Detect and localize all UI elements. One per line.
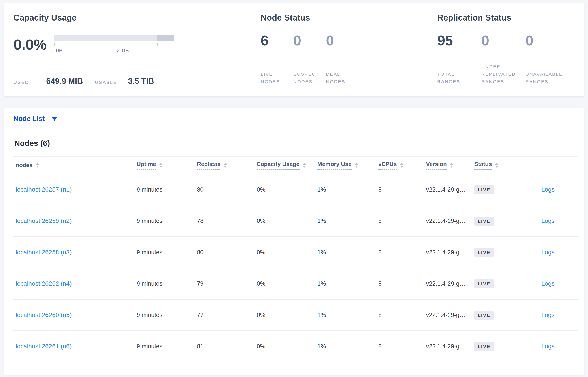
memory-use-cell: 1% bbox=[318, 280, 378, 287]
vcpus-cell: 8 bbox=[378, 280, 426, 287]
usable-label: USABLE bbox=[95, 80, 117, 85]
vcpus-cell: 8 bbox=[378, 312, 426, 318]
vcpus-cell: 8 bbox=[378, 186, 426, 193]
cluster-overview-page: Capacity Usage 0.0% 0 TiB 2 TiB bbox=[0, 0, 588, 377]
table-row: localhost:26261 (n6) 9 minutes 81 0% 1% … bbox=[13, 331, 578, 362]
replicas-cell: 80 bbox=[197, 186, 257, 193]
version-cell: v22.1.4-29-g… bbox=[426, 312, 474, 318]
node-link[interactable]: localhost:26260 (n5) bbox=[16, 311, 72, 318]
node-link[interactable]: localhost:26257 (n1) bbox=[16, 186, 72, 193]
uptime-cell: 9 minutes bbox=[137, 312, 197, 318]
suspect-nodes-count: 0 bbox=[293, 34, 326, 48]
memory-use-cell: 1% bbox=[318, 218, 378, 224]
suspect-nodes-stat: 0 SUSPECT NODES bbox=[293, 34, 326, 86]
replicas-cell: 81 bbox=[197, 343, 257, 350]
capacity-usage-title: Capacity Usage bbox=[13, 13, 254, 23]
live-nodes-label: LIVE NODES bbox=[261, 71, 293, 85]
sort-icon bbox=[495, 163, 498, 167]
replication-status-title: Replication Status bbox=[437, 13, 574, 23]
node-list-dropdown[interactable]: Node List bbox=[13, 115, 57, 123]
dead-nodes-stat: 0 DEAD NODES bbox=[326, 34, 359, 86]
nodes-table-header: nodes Uptime Replicas Capacity Usage Mem… bbox=[13, 156, 578, 174]
column-header-status[interactable]: Status bbox=[474, 161, 536, 170]
status-badge: LIVE bbox=[474, 248, 494, 257]
status-badge: LIVE bbox=[474, 217, 494, 225]
column-header-capacity-usage[interactable]: Capacity Usage bbox=[257, 161, 318, 170]
capacity-usage-cell: 0% bbox=[257, 218, 318, 224]
column-header-uptime[interactable]: Uptime bbox=[137, 161, 197, 170]
capacity-usage-cell: 0% bbox=[257, 312, 318, 318]
version-cell: v22.1.4-29-g… bbox=[426, 343, 474, 350]
node-status-title: Node Status bbox=[261, 13, 437, 23]
sort-icon bbox=[355, 163, 358, 167]
capacity-usage-cell: 0% bbox=[257, 343, 318, 350]
unavailable-ranges-label: UNAVAILABLE RANGES bbox=[526, 71, 570, 85]
sort-icon bbox=[36, 163, 39, 167]
chevron-down-icon bbox=[52, 118, 57, 121]
node-link[interactable]: localhost:26262 (n4) bbox=[16, 280, 72, 287]
table-row: localhost:26257 (n1) 9 minutes 80 0% 1% … bbox=[13, 174, 578, 205]
vcpus-cell: 8 bbox=[378, 249, 426, 256]
unavailable-ranges-count: 0 bbox=[526, 34, 570, 48]
column-header-version[interactable]: Version bbox=[426, 161, 474, 170]
live-nodes-count: 6 bbox=[261, 34, 293, 48]
capacity-usage-cell: 0% bbox=[257, 249, 318, 256]
capacity-usage-cell: 0% bbox=[257, 280, 318, 287]
logs-link[interactable]: Logs bbox=[541, 186, 555, 193]
capacity-details: USED 649.9 MiB USABLE 3.5 TiB bbox=[13, 77, 254, 86]
node-status-section: Node Status 6 LIVE NODES 0 SUSPECT NODES bbox=[261, 13, 437, 86]
under-replicated-ranges-stat: 0 UNDER- REPLICATED RANGES bbox=[482, 34, 526, 86]
version-cell: v22.1.4-29-g… bbox=[426, 249, 474, 256]
table-row: localhost:26258 (n3) 9 minutes 80 0% 1% … bbox=[13, 237, 578, 268]
node-link[interactable]: localhost:26259 (n2) bbox=[16, 217, 72, 224]
vcpus-cell: 8 bbox=[378, 343, 426, 350]
status-badge: LIVE bbox=[474, 185, 494, 194]
column-header-replicas[interactable]: Replicas bbox=[197, 161, 257, 170]
logs-link[interactable]: Logs bbox=[541, 280, 555, 287]
suspect-nodes-label: SUSPECT NODES bbox=[293, 71, 326, 85]
node-list-dropdown-label: Node List bbox=[13, 115, 45, 123]
usable-value: 3.5 TiB bbox=[128, 77, 154, 86]
capacity-usage-bar: 0 TiB 2 TiB bbox=[54, 35, 174, 54]
uptime-cell: 9 minutes bbox=[137, 186, 197, 193]
capacity-usage-section: Capacity Usage 0.0% 0 TiB 2 TiB bbox=[13, 13, 254, 86]
column-header-memory-use[interactable]: Memory Use bbox=[318, 161, 378, 170]
capacity-usage-cell: 0% bbox=[257, 186, 318, 193]
capacity-tick-label-0: 0 TiB bbox=[50, 47, 63, 54]
uptime-cell: 9 minutes bbox=[137, 218, 197, 224]
nodes-table-area: Nodes (6) nodes Uptime Replicas Capacity… bbox=[4, 129, 584, 375]
logs-link[interactable]: Logs bbox=[541, 311, 555, 318]
status-badge: LIVE bbox=[474, 311, 494, 320]
replication-status-section: Replication Status 95 TOTAL RANGES 0 UND… bbox=[437, 13, 574, 86]
status-badge: LIVE bbox=[474, 342, 494, 351]
uptime-cell: 9 minutes bbox=[137, 343, 197, 350]
node-link[interactable]: localhost:26258 (n3) bbox=[16, 249, 72, 256]
memory-use-cell: 1% bbox=[318, 186, 378, 193]
under-replicated-ranges-count: 0 bbox=[482, 34, 526, 48]
sort-icon bbox=[450, 163, 453, 167]
view-selector-row: Node List bbox=[4, 108, 584, 129]
sort-icon bbox=[303, 163, 306, 167]
total-ranges-count: 95 bbox=[437, 34, 482, 48]
logs-link[interactable]: Logs bbox=[541, 249, 555, 256]
column-header-vcpus[interactable]: vCPUs bbox=[378, 161, 426, 170]
capacity-bar-track bbox=[54, 35, 174, 42]
capacity-bar-used-segment bbox=[157, 35, 174, 42]
memory-use-cell: 1% bbox=[318, 312, 378, 318]
logs-link[interactable]: Logs bbox=[541, 343, 555, 350]
version-cell: v22.1.4-29-g… bbox=[426, 218, 474, 224]
logs-link[interactable]: Logs bbox=[541, 217, 555, 224]
dead-nodes-label: DEAD NODES bbox=[326, 71, 359, 85]
used-label: USED bbox=[13, 80, 29, 85]
status-badge: LIVE bbox=[474, 279, 494, 288]
used-value: 649.9 MiB bbox=[46, 77, 83, 86]
replicas-cell: 80 bbox=[197, 249, 257, 256]
under-replicated-ranges-label: UNDER- REPLICATED RANGES bbox=[482, 63, 526, 85]
table-row: localhost:26260 (n5) 9 minutes 77 0% 1% … bbox=[13, 300, 578, 331]
version-cell: v22.1.4-29-g… bbox=[426, 280, 474, 287]
capacity-gauge: 0.0% 0 TiB 2 TiB bbox=[13, 35, 254, 54]
node-link[interactable]: localhost:26261 (n6) bbox=[16, 343, 72, 350]
total-ranges-label: TOTAL RANGES bbox=[437, 71, 482, 85]
column-header-nodes[interactable]: nodes bbox=[16, 162, 137, 169]
nodes-table-title: Nodes (6) bbox=[14, 139, 578, 148]
